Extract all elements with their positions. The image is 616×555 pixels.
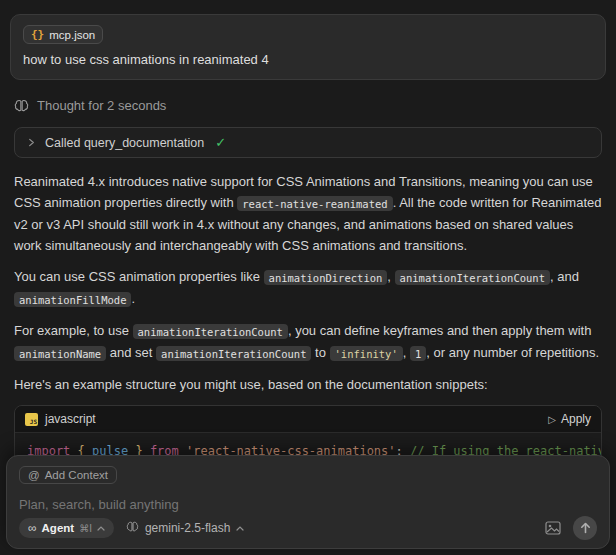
user-message-text: how to use css animations in reanimated … bbox=[23, 52, 593, 67]
play-icon: ▷ bbox=[548, 414, 556, 425]
tool-call-panel[interactable]: Called query_documentation ✓ bbox=[14, 127, 602, 158]
inline-code: 1 bbox=[410, 346, 426, 361]
code-block-header: JS javascript ▷ Apply bbox=[15, 406, 601, 433]
message-input[interactable] bbox=[19, 493, 597, 516]
brain-icon bbox=[126, 521, 139, 535]
inline-code: animationIterationCount bbox=[395, 270, 550, 285]
chevron-right-icon bbox=[27, 136, 36, 150]
thought-label: Thought for 2 seconds bbox=[37, 98, 166, 113]
text-run: , or any number of repetitions. bbox=[426, 345, 599, 360]
text-run: Here's an example structure you might us… bbox=[14, 377, 488, 392]
tool-call-label: Called query_documentation bbox=[45, 136, 204, 150]
inline-code-string: 'infinity' bbox=[330, 346, 403, 361]
context-file-name: mcp.json bbox=[49, 29, 95, 41]
apply-label: Apply bbox=[561, 412, 591, 426]
answer-paragraph: For example, to use animationIterationCo… bbox=[14, 320, 602, 364]
composer-toolbar: ∞ Agent ⌘I gemini-2.5-flash bbox=[19, 516, 597, 540]
text-run: , and bbox=[550, 269, 579, 284]
assistant-answer: Reanimated 4.x introduces native support… bbox=[10, 171, 606, 395]
text-run: , bbox=[403, 345, 410, 360]
image-icon bbox=[545, 521, 561, 535]
chevron-up-icon bbox=[236, 526, 244, 531]
brain-icon bbox=[14, 99, 29, 112]
user-message-card: {} mcp.json how to use css animations in… bbox=[10, 14, 606, 80]
inline-code: animationDirection bbox=[264, 270, 388, 285]
text-run: For example, to use bbox=[14, 323, 133, 338]
attach-image-button[interactable] bbox=[545, 521, 561, 535]
chat-panel: {} mcp.json how to use css animations in… bbox=[0, 0, 616, 514]
inline-code: animationFillMode bbox=[14, 292, 131, 307]
answer-paragraph: Reanimated 4.x introduces native support… bbox=[14, 171, 602, 256]
answer-paragraph: Here's an example structure you might us… bbox=[14, 374, 602, 395]
code-language-label: javascript bbox=[45, 412, 548, 426]
json-file-icon: {} bbox=[31, 28, 44, 41]
add-context-label: Add Context bbox=[45, 469, 108, 481]
chevron-up-icon bbox=[97, 526, 105, 531]
arrow-up-icon bbox=[580, 522, 591, 534]
agent-mode-selector[interactable]: ∞ Agent ⌘I bbox=[19, 518, 114, 538]
infinity-icon: ∞ bbox=[28, 521, 37, 535]
composer: @ Add Context ∞ Agent ⌘I gemini-2.5-flas… bbox=[6, 455, 610, 549]
text-run: to bbox=[311, 345, 329, 360]
at-icon: @ bbox=[28, 469, 40, 481]
context-file-chip[interactable]: {} mcp.json bbox=[23, 25, 103, 44]
answer-paragraph: You can use CSS animation properties lik… bbox=[14, 266, 602, 310]
add-context-button[interactable]: @ Add Context bbox=[19, 466, 117, 484]
text-run: and set bbox=[106, 345, 156, 360]
javascript-icon: JS bbox=[25, 413, 38, 426]
success-check-icon: ✓ bbox=[215, 135, 226, 150]
agent-shortcut: ⌘I bbox=[79, 523, 92, 534]
model-selector[interactable]: gemini-2.5-flash bbox=[126, 521, 244, 535]
inline-code: react-native-reanimated bbox=[237, 196, 392, 211]
text-run: , bbox=[387, 269, 394, 284]
text-run: You can use CSS animation properties lik… bbox=[14, 269, 264, 284]
thought-row[interactable]: Thought for 2 seconds bbox=[14, 98, 602, 113]
text-run: , you can define keyframes and then appl… bbox=[288, 323, 592, 338]
agent-mode-label: Agent bbox=[42, 522, 75, 534]
send-button[interactable] bbox=[573, 516, 597, 540]
inline-code: animationIterationCount bbox=[133, 324, 288, 339]
inline-code: animationIterationCount bbox=[156, 346, 311, 361]
apply-button[interactable]: ▷ Apply bbox=[548, 412, 591, 426]
inline-code: animationName bbox=[14, 346, 106, 361]
text-run: . bbox=[131, 291, 135, 306]
model-name: gemini-2.5-flash bbox=[145, 521, 230, 535]
